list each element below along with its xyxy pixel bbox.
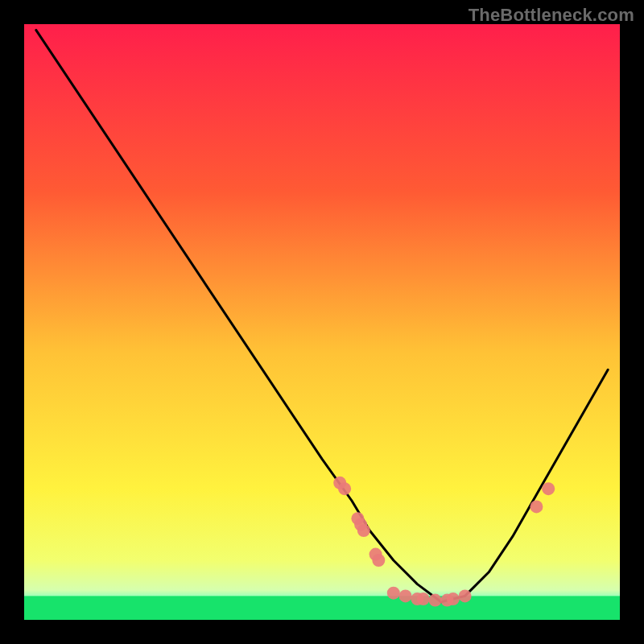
gradient-background [24,24,620,620]
green-band [24,596,620,620]
chart-container: TheBottleneck.com [0,0,644,644]
data-marker [542,482,555,495]
data-marker [417,592,430,605]
data-marker [447,592,460,605]
plot-area [24,24,620,620]
data-marker [429,594,442,607]
data-marker [399,589,412,602]
data-marker [459,589,472,602]
data-marker [372,554,385,567]
chart-svg [24,24,620,620]
data-marker [387,587,400,600]
data-marker [357,524,370,537]
watermark-text: TheBottleneck.com [469,5,634,26]
data-marker [530,500,543,513]
data-marker [338,482,351,495]
